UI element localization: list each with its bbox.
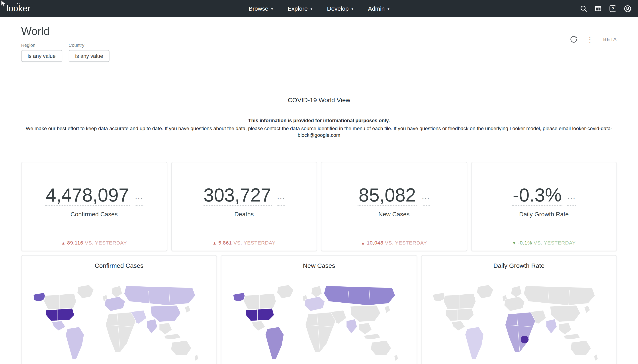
kpi-comparison: ▲5,861 VS. YESTERDAY [172, 240, 316, 246]
filter-region-label: Region [21, 43, 62, 48]
menu-admin-label: Admin [368, 5, 384, 12]
delta-value: 5,861 [218, 240, 232, 246]
region-russia [324, 286, 395, 305]
more-vert-icon[interactable]: ⋮ [586, 36, 594, 43]
filter-bar: Region is any value Country is any value [0, 43, 638, 62]
disclaimer-body: We make our best effort to keep data acc… [26, 125, 612, 138]
region-usa [246, 308, 274, 321]
map-tile-title: New Cases [222, 262, 416, 269]
region-mexico [52, 321, 66, 331]
kpi-value-link[interactable]: 85,082 [358, 185, 417, 206]
dashboard-title: COVID-19 World View [0, 96, 638, 104]
question-glyph: ? [612, 6, 614, 11]
kpi-row: 4,478,097 ⋯ Confirmed Cases ▲89,116 VS. … [0, 162, 638, 251]
region-se-asia [159, 323, 172, 335]
region-new-zealand [394, 354, 398, 361]
kpi-value-link[interactable]: 303,727 [202, 185, 272, 206]
region-usa [446, 308, 474, 321]
delta-suffix: VS. YESTERDAY [234, 240, 276, 246]
filter-country-label: Country [69, 43, 110, 48]
delta-value: -0.1% [518, 240, 532, 246]
kpi-value-link[interactable]: -0.3% [512, 185, 562, 206]
kpi-tile-daily-growth-rate: -0.3% ⋯ Daily Growth Rate ▼-0.1% VS. YES… [471, 162, 617, 251]
region-japan [584, 305, 590, 313]
account-icon[interactable] [623, 4, 632, 13]
region-africa-highlight [121, 336, 129, 344]
region-australia [171, 340, 192, 355]
kpi-comparison: ▼-0.1% VS. YESTERDAY [471, 240, 616, 246]
region-europe [304, 296, 325, 311]
menu-explore[interactable]: Explore ▾ [288, 5, 312, 12]
dashboard-actions: ⋮ BETA [569, 35, 617, 44]
delta-suffix: VS. YESTERDAY [85, 240, 127, 246]
help-icon[interactable]: ? [609, 4, 617, 13]
menu-browse-label: Browse [249, 5, 268, 12]
refresh-icon[interactable] [569, 35, 578, 44]
region-africa [305, 312, 336, 352]
region-japan [384, 305, 390, 313]
menu-develop[interactable]: Develop ▾ [327, 5, 353, 12]
region-se-asia [359, 323, 372, 335]
chevron-down-icon: ▾ [388, 7, 389, 11]
main-menu: Browse ▾ Explore ▾ Develop ▾ Admin ▾ [249, 5, 390, 12]
region-australia [570, 340, 591, 355]
menu-browse[interactable]: Browse ▾ [249, 5, 273, 12]
tile-more-icon[interactable]: ⋯ [277, 194, 286, 206]
chevron-down-icon: ▾ [310, 7, 312, 11]
delta-value: 10,048 [367, 240, 384, 246]
map-tile-new-cases: New Cases [221, 255, 417, 364]
kpi-label: Deaths [172, 211, 316, 218]
world-map[interactable] [231, 280, 407, 364]
world-map[interactable] [431, 280, 607, 364]
region-russia [524, 286, 595, 305]
top-nav: looker Browse ▾ Explore ▾ Develop ▾ [0, 0, 638, 17]
menu-explore-label: Explore [288, 5, 308, 12]
region-south-america [66, 327, 84, 359]
chevron-down-icon: ▾ [352, 7, 353, 11]
map-tile-title: Confirmed Cases [22, 262, 216, 269]
region-south-america [465, 327, 484, 359]
region-scandinavia [111, 286, 122, 298]
world-map[interactable] [31, 280, 207, 364]
region-new-zealand [594, 354, 598, 361]
region-indonesia [364, 334, 381, 340]
region-africa [505, 312, 536, 352]
trend-arrow-icon: ▼ [512, 241, 516, 246]
tile-more-icon[interactable]: ⋯ [422, 194, 430, 206]
region-europe [504, 296, 525, 311]
disclaimer-bold: This information is provided for informa… [0, 118, 638, 123]
region-europe [104, 296, 125, 311]
tile-more-icon[interactable]: ⋯ [567, 194, 576, 206]
filter-region-value[interactable]: is any value [21, 50, 62, 62]
trend-arrow-icon: ▲ [61, 241, 66, 246]
region-greenland [477, 285, 494, 298]
world-map-svg [231, 280, 407, 364]
menu-admin[interactable]: Admin ▾ [368, 5, 390, 12]
filter-country-value[interactable]: is any value [69, 50, 110, 62]
region-south-america [265, 327, 284, 359]
delta-suffix: VS. YESTERDAY [385, 240, 427, 246]
region-scandinavia [311, 286, 322, 298]
kpi-label: New Cases [322, 211, 466, 218]
nav-icon-group: ? [580, 4, 632, 13]
window-grid-icon[interactable] [594, 4, 602, 13]
region-africa-highlight [521, 336, 529, 344]
looker-logo[interactable]: looker [6, 4, 30, 14]
region-russia [124, 286, 195, 305]
region-canada [244, 294, 276, 309]
trend-arrow-icon: ▲ [361, 241, 365, 246]
page-title: World [21, 25, 617, 38]
search-icon[interactable] [580, 4, 588, 13]
region-africa [105, 312, 136, 352]
kpi-tile-deaths: 303,727 ⋯ Deaths ▲5,861 VS. YESTERDAY [171, 162, 317, 251]
kpi-value-link[interactable]: 4,478,097 [45, 185, 130, 206]
region-australia [371, 340, 391, 355]
chevron-down-icon: ▾ [271, 7, 273, 11]
menu-develop-label: Develop [327, 5, 349, 12]
divider [24, 108, 614, 109]
kpi-label: Confirmed Cases [22, 211, 166, 218]
tile-more-icon[interactable]: ⋯ [135, 194, 144, 206]
region-africa-highlight [321, 336, 329, 344]
delta-value: 89,116 [67, 240, 83, 246]
region-new-zealand [194, 354, 198, 361]
